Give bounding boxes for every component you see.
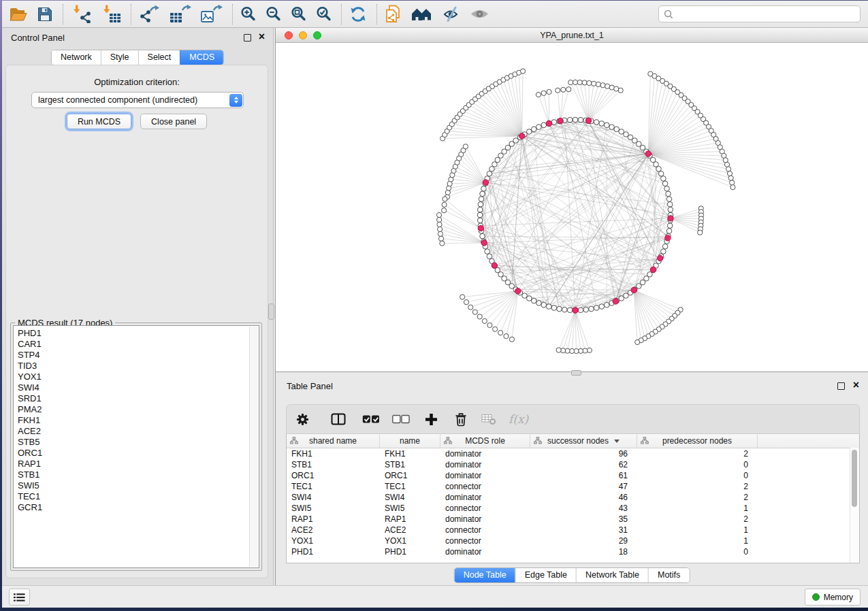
search-icon: [664, 10, 673, 19]
mcds-result-item[interactable]: TID3: [18, 361, 259, 371]
table-tabs: Node TableEdge TableNetwork TableMotifs: [454, 567, 690, 583]
close-mcds-panel-button[interactable]: Close panel: [140, 114, 207, 129]
list-scrollbar[interactable]: [249, 327, 258, 567]
table-cell: 0: [637, 546, 758, 557]
table-header-row: shared namenameMCDS rolesuccessor nodesp…: [287, 434, 859, 448]
split-panel-icon: [331, 413, 346, 425]
mcds-result-item[interactable]: TEC1: [18, 491, 259, 502]
splitter-grip-icon[interactable]: [268, 303, 274, 320]
eye-icon: [470, 7, 489, 20]
column-header-predecessor-nodes[interactable]: predecessor nodes: [637, 434, 758, 448]
column-label: MCDS role: [465, 436, 505, 446]
zoom-selected-button[interactable]: [316, 4, 332, 24]
toolbar-separator: [232, 4, 233, 24]
mcds-result-item[interactable]: CAR1: [18, 339, 259, 350]
mcds-result-item[interactable]: SWI4: [18, 382, 259, 393]
table-cell: 43: [530, 503, 637, 514]
export-table-button[interactable]: [170, 4, 191, 24]
table-panel: Table Panel × f(x) shared namenameMCDS r…: [276, 371, 868, 585]
import-table-button[interactable]: [101, 4, 121, 24]
zoom-out-button[interactable]: [266, 4, 281, 24]
home-view-button[interactable]: [411, 4, 433, 24]
zoom-in-button[interactable]: [240, 4, 256, 24]
delete-table-button[interactable]: [481, 413, 496, 425]
mcds-result-item[interactable]: ACE2: [18, 426, 259, 437]
select-all-button[interactable]: [362, 414, 380, 424]
deselect-all-button[interactable]: [392, 414, 410, 424]
table-row[interactable]: YOX1YOX1connector291: [287, 535, 859, 546]
table-tab-network-table[interactable]: Network Table: [576, 568, 648, 582]
mcds-result-item[interactable]: SWI5: [18, 480, 259, 491]
table-settings-button[interactable]: [296, 413, 309, 426]
export-network-button[interactable]: [139, 4, 160, 24]
table-row[interactable]: FKH1FKH1dominator962: [287, 448, 859, 459]
scrollbar-thumb[interactable]: [852, 450, 857, 507]
float-table-panel-icon[interactable]: [837, 382, 845, 390]
control-panel: Control Panel × NetworkStyleSelectMCDS O…: [2, 28, 273, 585]
memory-button[interactable]: Memory: [805, 589, 861, 606]
network-view[interactable]: [276, 43, 868, 371]
column-header-name[interactable]: name: [380, 434, 440, 448]
close-panel-icon[interactable]: ×: [259, 31, 265, 43]
table-tab-edge-table[interactable]: Edge Table: [515, 568, 576, 582]
control-tab-style[interactable]: Style: [101, 50, 138, 65]
horizontal-splitter-grip[interactable]: [571, 370, 581, 376]
save-session-button[interactable]: [37, 4, 53, 24]
function-builder-button[interactable]: f(x): [509, 412, 528, 426]
optimization-select[interactable]: largest connected component (undirected): [31, 92, 244, 108]
hide-selected-button[interactable]: [443, 4, 460, 24]
search-input[interactable]: [677, 7, 860, 21]
table-tab-node-table[interactable]: Node Table: [455, 568, 515, 582]
vertical-splitter[interactable]: [273, 28, 276, 585]
zoom-fit-button[interactable]: [291, 4, 306, 24]
close-table-panel-icon[interactable]: ×: [853, 379, 859, 391]
table-row[interactable]: TEC1TEC1connector472: [287, 481, 859, 492]
table-row[interactable]: SWI4SWI4dominator462: [287, 492, 859, 503]
node-table: shared namenameMCDS rolesuccessor nodesp…: [286, 434, 860, 563]
import-network-button[interactable]: [71, 4, 91, 24]
mcds-result-item[interactable]: GCR1: [18, 502, 259, 513]
network-graph[interactable]: [276, 43, 868, 371]
run-mcds-button[interactable]: Run MCDS: [67, 114, 131, 129]
mcds-result-item[interactable]: YOX1: [18, 371, 259, 382]
split-panel-button[interactable]: [331, 413, 346, 425]
mcds-result-item[interactable]: STB5: [18, 437, 259, 448]
table-cell: 1: [637, 535, 758, 546]
show-hidden-button[interactable]: [470, 4, 489, 24]
refresh-layout-button[interactable]: [349, 4, 367, 24]
table-row[interactable]: ORC1ORC1dominator610: [287, 470, 859, 481]
table-row[interactable]: PHD1PHD1dominator180: [287, 546, 859, 557]
export-network-icon: [139, 5, 160, 23]
float-panel-icon[interactable]: [244, 34, 251, 42]
mcds-result-item[interactable]: STB1: [18, 469, 259, 480]
export-image-button[interactable]: [201, 4, 223, 24]
table-row[interactable]: SWI5SWI5connector431: [287, 503, 859, 514]
column-type-icon: [290, 437, 298, 444]
mcds-result-item[interactable]: RAP1: [18, 459, 259, 469]
mcds-result-item[interactable]: SRD1: [18, 393, 259, 404]
open-file-button[interactable]: [9, 4, 27, 24]
show-panels-button[interactable]: [9, 589, 30, 606]
column-header-shared-name[interactable]: shared name: [287, 434, 380, 448]
mcds-result-item[interactable]: PMA2: [18, 404, 259, 415]
clone-network-button[interactable]: [385, 4, 401, 24]
control-tab-select[interactable]: Select: [138, 50, 180, 65]
column-header-MCDS-role[interactable]: MCDS role: [440, 434, 530, 448]
refresh-icon: [349, 5, 367, 23]
table-cell: 46: [530, 492, 637, 503]
control-tab-mcds[interactable]: MCDS: [180, 50, 223, 65]
delete-column-button[interactable]: [454, 412, 468, 427]
table-row[interactable]: ACE2ACE2connector311: [287, 525, 859, 535]
mcds-result-list[interactable]: PHD1CAR1STP4TID3YOX1SWI4SRD1PMA2FKH1ACE2…: [13, 325, 259, 568]
add-column-button[interactable]: [425, 413, 438, 426]
table-scrollbar[interactable]: [850, 448, 859, 563]
table-row[interactable]: RAP1RAP1dominator352: [287, 514, 859, 525]
mcds-result-item[interactable]: STP4: [18, 350, 259, 361]
column-header-successor-nodes[interactable]: successor nodes: [530, 434, 637, 448]
table-row[interactable]: STB1STB1dominator620: [287, 459, 859, 470]
mcds-result-item[interactable]: PHD1: [18, 328, 259, 339]
mcds-result-item[interactable]: FKH1: [18, 415, 259, 426]
mcds-result-item[interactable]: ORC1: [18, 448, 259, 459]
table-tab-motifs[interactable]: Motifs: [648, 568, 689, 582]
control-tab-network[interactable]: Network: [52, 50, 101, 65]
